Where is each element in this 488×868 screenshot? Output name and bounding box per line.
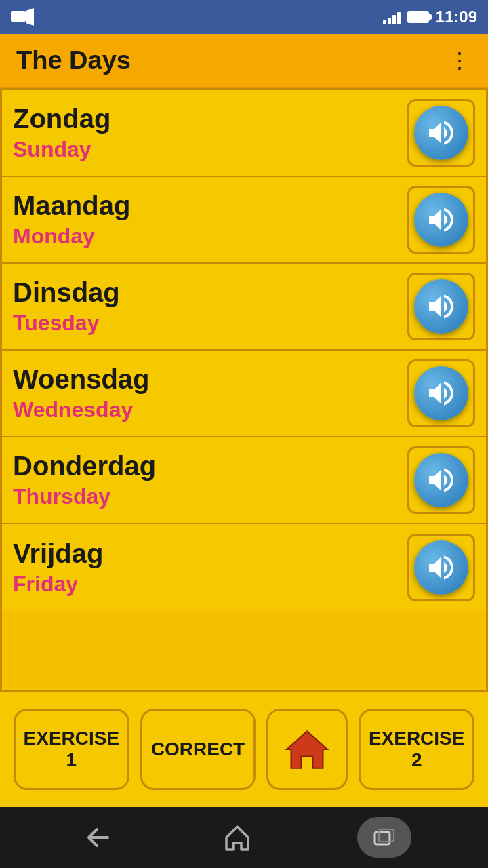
sound-button-4[interactable] — [407, 446, 475, 514]
day-item-dinsdag: Dinsdag Tuesday — [2, 264, 486, 351]
sound-button-0[interactable] — [407, 99, 475, 167]
days-list: Zondag Sunday Maandag Monday Dinsdag — [0, 88, 488, 692]
day-english-1: Monday — [13, 224, 407, 249]
day-text-dinsdag: Dinsdag Tuesday — [13, 277, 407, 336]
day-item-donderdag: Donderdag Thursday — [2, 437, 486, 524]
status-bar: 11:09 — [0, 0, 488, 34]
day-item-zondag: Zondag Sunday — [2, 90, 486, 177]
android-nav — [0, 807, 488, 868]
day-dutch-2: Dinsdag — [13, 277, 407, 308]
status-time: 11:09 — [436, 7, 477, 26]
day-dutch-1: Maandag — [13, 191, 407, 221]
sound-button-1[interactable] — [407, 186, 475, 254]
day-item-woensdag: Woensdag Wednesday — [2, 351, 486, 437]
day-text-woensdag: Woensdag Wednesday — [13, 364, 407, 422]
back-button[interactable] — [77, 817, 117, 858]
day-text-maandag: Maandag Monday — [13, 191, 407, 249]
sound-button-3[interactable] — [407, 359, 475, 427]
exercise1-button[interactable]: EXERCISE 1 — [14, 709, 129, 790]
day-text-vrijdag: Vrijdag Friday — [13, 538, 407, 597]
menu-icon[interactable]: ⋮ — [449, 47, 472, 73]
day-dutch-4: Donderdag — [13, 451, 407, 481]
day-text-zondag: Zondag Sunday — [13, 104, 407, 162]
app-title: The Days — [16, 46, 131, 75]
sound-button-2[interactable] — [407, 273, 475, 340]
home-icon — [285, 728, 329, 771]
correct-button[interactable]: CORRECT — [140, 709, 256, 790]
day-dutch-3: Woensdag — [13, 364, 407, 395]
recents-button[interactable] — [357, 817, 411, 858]
bottom-buttons: EXERCISE 1 CORRECT EXERCISE 2 — [0, 692, 488, 807]
day-dutch-5: Vrijdag — [13, 538, 407, 569]
day-dutch-0: Zondag — [13, 104, 407, 134]
day-text-donderdag: Donderdag Thursday — [13, 451, 407, 509]
signal-icon — [383, 9, 401, 24]
exercise2-button[interactable]: EXERCISE 2 — [359, 709, 474, 790]
svg-marker-1 — [26, 8, 34, 26]
day-english-2: Tuesday — [13, 311, 407, 336]
home-button[interactable] — [266, 709, 348, 790]
day-english-5: Friday — [13, 572, 407, 597]
app-header: The Days ⋮ — [0, 34, 488, 88]
svg-rect-3 — [375, 832, 390, 844]
day-english-3: Wednesday — [13, 397, 407, 422]
battery-icon — [407, 11, 429, 23]
home-nav-button[interactable] — [217, 817, 258, 858]
day-item-maandag: Maandag Monday — [2, 177, 486, 264]
sound-button-5[interactable] — [407, 534, 475, 601]
day-english-4: Thursday — [13, 484, 407, 509]
home-nav-icon — [222, 823, 252, 852]
media-icon — [11, 8, 34, 28]
svg-marker-2 — [287, 731, 327, 768]
day-item-vrijdag: Vrijdag Friday — [2, 524, 486, 611]
day-english-0: Sunday — [13, 137, 407, 162]
back-icon — [82, 823, 112, 852]
svg-rect-0 — [11, 11, 26, 22]
recents-icon — [373, 827, 395, 848]
